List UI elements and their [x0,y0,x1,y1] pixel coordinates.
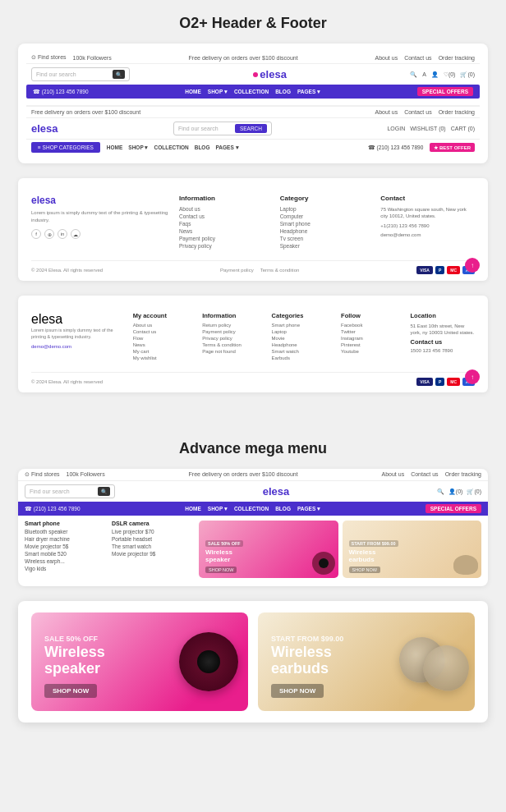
mega-nav-blog[interactable]: BLOG [275,506,291,512]
mega-phone[interactable]: ☎ (210) 123 456 7890 [25,506,80,512]
mega-order-tracking[interactable]: Order tracking [445,471,481,478]
mega-cart-icon[interactable]: 🛒(0) [467,489,481,495]
footer1-info-faqs[interactable]: Faqs [179,221,274,227]
order-tracking-link[interactable]: Order tracking [439,55,475,61]
earbuds-shop-btn[interactable]: SHOP NOW [349,567,380,573]
mega-item-earphones[interactable]: Wireless earph... [25,558,107,564]
f2-movie[interactable]: Movie [272,336,336,341]
about-link[interactable]: About us [375,55,398,61]
footer1-email[interactable]: demo@demo.com [380,232,475,238]
mega-item-projector5[interactable]: Movie projector 5$ [25,544,107,549]
f2-return[interactable]: Return policy [202,323,266,328]
h2-contact[interactable]: Contact us [404,109,431,115]
nav-pages-1[interactable]: PAGES ▾ [297,89,320,95]
instagram-icon[interactable]: ⊕ [44,229,54,239]
footer1-cat-smartphone[interactable]: Smart phone [280,221,375,227]
linkedin-icon[interactable]: in [58,229,67,239]
f2-headphone[interactable]: Headphone [272,342,336,347]
mega-item-live-proj[interactable]: Live projector $70 [112,529,194,534]
footer1-info-privacy[interactable]: Privacy policy [179,243,274,249]
mega-item-bluetooth[interactable]: Bluetooth speaker [25,529,107,534]
font-size-icon[interactable]: A [422,71,426,77]
footer1-cat-computer[interactable]: Computer [280,213,375,219]
mega-item-hairdryer[interactable]: Hair dryer machine [25,536,107,542]
mega-find-stores[interactable]: ⊙ Find stores [25,471,60,478]
h2-nav-blog[interactable]: BLOG [195,145,210,151]
f2-privacy[interactable]: Privacy policy [202,336,266,341]
mega-about[interactable]: About us [382,471,405,478]
h2-order-tracking[interactable]: Order tracking [439,109,475,115]
mega-nav-home[interactable]: HOME [185,506,201,512]
mega-special-offers[interactable]: SPECIAL OFFERS [426,504,481,513]
nav-shop-1[interactable]: SHOP ▾ [208,89,228,95]
f2-wishlist[interactable]: My wishlist [133,356,197,360]
mega-nav-collection[interactable]: COLLECTION [234,506,269,512]
nav-blog-1[interactable]: BLOG [275,89,291,95]
f2-smartphone[interactable]: Smart phone [272,323,336,328]
f2-youtube[interactable]: Youtube [341,349,405,354]
mega-item-vigo[interactable]: Vigo kids [25,566,107,571]
cart-link[interactable]: CART (0) [451,126,475,131]
f2-news[interactable]: News [133,342,197,347]
cart-icon[interactable]: 🛒(0) [460,71,475,78]
footer1-info-contact[interactable]: Contact us [179,213,274,219]
best-offer-badge[interactable]: ★ BEST OFFER [430,143,475,152]
footer1-cat-tv[interactable]: Tv screen [280,236,375,241]
footer1-info-payment[interactable]: Payment policy [179,236,274,241]
h2-nav-home[interactable]: HOME [107,145,123,151]
f2-twitter[interactable]: Twitter [341,329,405,334]
big-earbuds-shop-btn[interactable]: SHOP NOW [271,684,324,698]
login-link[interactable]: LOGIN [387,126,405,131]
mega-search-button[interactable]: 🔍 [98,487,110,496]
footer2-email[interactable]: demo@demo.com [31,343,128,351]
footer2-contact-us[interactable]: Contact us [411,338,475,346]
f2-instagram[interactable]: Instagram [341,336,405,341]
categories-button[interactable]: ≡ SHOP CATEGORIES [31,142,100,153]
nav-home-1[interactable]: HOME [185,89,201,95]
footer2-phone[interactable]: 1500 123 456 7890 [411,348,475,353]
search-button-2[interactable]: SEARCH [235,124,267,133]
f2-laptop[interactable]: Laptop [272,329,336,334]
f2-smartwatch[interactable]: Smart watch [272,349,336,354]
big-speaker-shop-btn[interactable]: SHOP NOW [44,684,97,698]
nav-collection-1[interactable]: COLLECTION [234,89,269,95]
h2-nav-collection[interactable]: COLLECTION [154,145,188,151]
f2-terms[interactable]: Terms & condition [202,342,266,347]
h2-about[interactable]: About us [375,109,398,115]
mega-item-headset[interactable]: Portable headset [112,536,194,542]
find-stores[interactable]: ⊙ Find stores [31,54,67,61]
facebook-icon[interactable]: f [31,229,41,239]
wishlist-link[interactable]: WISHLIST (0) [410,126,445,131]
f2-404[interactable]: Page not found [202,349,266,354]
mega-item-mobile[interactable]: Smart mobile 520 [25,551,107,557]
mega-nav-pages[interactable]: PAGES ▾ [297,506,320,512]
h2-nav-pages[interactable]: PAGES ▾ [215,145,238,151]
terms-link[interactable]: Terms & condition [260,268,300,273]
special-offers-btn-1[interactable]: SPECIAL OFFERS [417,87,473,96]
person-icon[interactable]: 👤 [431,71,439,78]
mega-nav-shop[interactable]: SHOP ▾ [208,506,228,512]
footer1-info-news[interactable]: News [179,228,274,234]
f2-earbuds[interactable]: Earbuds [272,356,336,360]
payment-policy-link[interactable]: Payment policy [220,268,254,273]
f2-flow[interactable]: Flow [133,336,197,341]
h2-nav-shop[interactable]: SHOP ▾ [128,145,148,151]
scroll-top-button-2[interactable]: ↑ [465,369,480,384]
twitter-icon[interactable]: ☁ [71,229,80,239]
f2-facebook[interactable]: Facebook [341,323,405,328]
footer1-cat-headphone[interactable]: Headphone [280,228,375,234]
footer1-cat-laptop[interactable]: Laptop [280,206,375,212]
mega-item-smartwatch[interactable]: The smart watch [112,544,194,549]
search-icon-1[interactable]: 🔍 [410,71,417,78]
mega-item-proj9[interactable]: Movie projector 9$ [112,551,194,557]
scroll-top-button-1[interactable]: ↑ [465,258,480,273]
navbar-phone[interactable]: ☎ (210) 123 456 7890 [33,89,89,95]
contact-link[interactable]: Contact us [404,55,431,61]
speaker-shop-btn[interactable]: SHOP NOW [205,567,237,573]
f2-payment[interactable]: Payment policy [202,329,266,334]
mega-contact[interactable]: Contact us [411,471,438,478]
f2-about[interactable]: About us [133,323,197,328]
mega-person-icon[interactable]: 👤(0) [448,489,463,495]
mega-search-icon[interactable]: 🔍 [437,489,444,495]
f2-contact[interactable]: Contact us [133,329,197,334]
